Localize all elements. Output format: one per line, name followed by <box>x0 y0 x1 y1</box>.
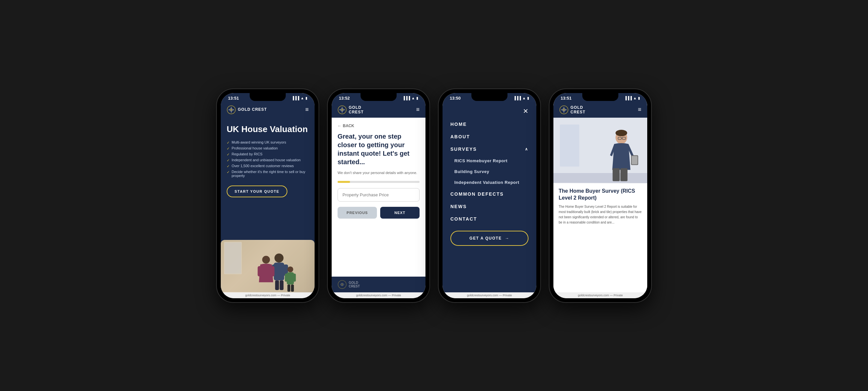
phone-2: 13:52 ▐▐▐ ▲ ▮ <box>328 89 429 302</box>
svg-rect-37 <box>613 168 620 181</box>
check-icon: ✓ <box>227 170 229 174</box>
hamburger-4[interactable]: ≡ <box>638 106 641 113</box>
logo-icon-1 <box>227 105 236 115</box>
nav-independent-valuation[interactable]: Independent Valuation Report <box>451 177 528 188</box>
svg-point-11 <box>262 256 270 263</box>
phone4-screen: GOLDCREST ≡ <box>553 102 647 292</box>
signal-icon: ▐▐▐ <box>624 96 632 100</box>
check-icon: ✓ <box>227 146 229 151</box>
svg-rect-36 <box>632 156 638 165</box>
list-item: ✓Multi-award winning UK surveyors <box>227 140 309 145</box>
battery-icon: ▮ <box>638 96 640 100</box>
nav-rics-homebuyer[interactable]: RICS Homebuyer Report <box>451 156 528 166</box>
article-title: The Home Buyer Survey (RICS Level 2 Repo… <box>559 188 642 202</box>
form-buttons: PREVIOUS NEXT <box>338 207 420 219</box>
nav-about[interactable]: ABOUT <box>451 131 528 142</box>
phone-4: 13:51 ▐▐▐ ▲ ▮ <box>550 89 651 302</box>
svg-rect-18 <box>287 285 290 292</box>
wifi-icon: ▲ <box>522 96 526 100</box>
svg-rect-16 <box>285 273 288 282</box>
hamburger-2[interactable]: ≡ <box>416 106 420 113</box>
svg-rect-19 <box>291 285 294 292</box>
nav-home[interactable]: HOME <box>451 118 528 130</box>
quote-title: Great, your one step closer to getting y… <box>338 132 420 166</box>
battery-icon: ▮ <box>305 96 307 100</box>
svg-rect-38 <box>620 168 627 181</box>
signal-icon: ▐▐▐ <box>514 96 521 100</box>
logo-icon-2 <box>338 105 347 115</box>
arrow-icon: → <box>505 236 509 240</box>
svg-point-1 <box>230 109 232 111</box>
wifi-icon: ▲ <box>301 96 304 100</box>
time-4: 13:51 <box>561 96 571 101</box>
notch-2 <box>361 93 397 101</box>
url-bar-1: goldcrestsurveyors.com — Private <box>221 292 315 298</box>
logo-text-2: GOLDCREST <box>349 105 364 115</box>
quote-form-body: ← BACK Great, your one step closer to ge… <box>332 118 426 276</box>
check-icon: ✓ <box>227 140 229 145</box>
svg-rect-9 <box>275 280 279 290</box>
svg-rect-29 <box>560 125 579 166</box>
wifi-icon: ▲ <box>633 96 637 100</box>
article-image <box>553 118 647 183</box>
family-photo <box>221 240 315 292</box>
hero-section: UK House Valuation ✓Multi-award winning … <box>221 118 315 292</box>
previous-button[interactable]: PREVIOUS <box>338 207 377 219</box>
back-label: BACK <box>343 124 354 128</box>
status-icons-1: ▐▐▐ ▲ ▮ <box>291 96 307 100</box>
close-menu-button[interactable]: ✕ <box>523 107 528 115</box>
logo-icon-4 <box>559 105 568 115</box>
list-item: ✓Professional house valuation <box>227 145 309 152</box>
progress-fill <box>338 181 350 183</box>
start-quote-button[interactable]: START YOUR QUOTE <box>227 186 287 197</box>
logo-1: GOLD CREST <box>227 105 267 115</box>
progress-bar <box>338 181 420 183</box>
time-1: 13:51 <box>228 96 239 101</box>
footer-logo-icon <box>338 280 347 289</box>
svg-rect-12 <box>257 266 261 276</box>
property-price-input[interactable] <box>338 188 420 202</box>
svg-rect-13 <box>271 266 275 276</box>
hero-title: UK House Valuation <box>227 124 309 134</box>
svg-point-25 <box>563 109 565 111</box>
hero-image <box>221 240 315 292</box>
article-text: The Home Buyer Survey Level 2 Report is … <box>559 204 642 225</box>
svg-point-23 <box>341 284 343 286</box>
phone-1: 13:51 ▐▐▐ ▲ ▮ <box>217 89 318 302</box>
article-illustration <box>553 118 647 183</box>
nav-news[interactable]: NEWS <box>451 201 528 213</box>
status-icons-4: ▐▐▐ ▲ ▮ <box>624 96 640 100</box>
notch-3 <box>471 93 507 101</box>
hamburger-1[interactable]: ≡ <box>305 106 309 113</box>
signal-icon: ▐▐▐ <box>403 96 410 100</box>
nav-building-survey[interactable]: Building Survey <box>451 166 528 177</box>
notch-1 <box>250 93 286 101</box>
url-bar-2: goldcrestsurveyors.com — Private <box>332 292 426 298</box>
nav-contact[interactable]: CONTACT <box>451 213 528 225</box>
back-arrow: ← <box>338 124 341 128</box>
navbar-1: GOLD CREST ≡ <box>221 102 315 118</box>
phones-container: 13:51 ▐▐▐ ▲ ▮ <box>217 89 651 302</box>
nav-surveys[interactable]: SURVEYS ∧ <box>451 143 528 155</box>
phone1-screen: GOLD CREST ≡ UK House Valuation ✓Multi-a… <box>221 102 315 292</box>
svg-point-5 <box>275 253 284 263</box>
notch-4 <box>582 93 618 101</box>
next-button[interactable]: NEXT <box>380 207 420 219</box>
url-bar-4: goldcrestsurveyors.com — Private <box>553 292 647 298</box>
phone2-footer: GOLDCREST <box>332 276 426 292</box>
check-icon: ✓ <box>227 164 229 168</box>
status-icons-2: ▐▐▐ ▲ ▮ <box>403 96 418 100</box>
logo-text-4: GOLDCREST <box>570 105 586 115</box>
list-item: ✓Regulated by RICS <box>227 152 309 157</box>
phone-3: 13:50 ▐▐▐ ▲ ▮ ✕ HOME ABOUT SURVEYS ∧ RIC… <box>439 89 540 302</box>
back-link[interactable]: ← BACK <box>338 124 420 128</box>
nav-common-defects[interactable]: COMMON DEFECTS <box>451 188 528 200</box>
navbar-4: GOLDCREST ≡ <box>553 102 647 118</box>
svg-rect-17 <box>292 273 296 282</box>
nav-get-quote-button[interactable]: GET A QUOTE → <box>451 231 528 246</box>
quote-subtitle: We don't share your personal details wit… <box>338 170 420 176</box>
navigation-menu: ✕ HOME ABOUT SURVEYS ∧ RICS Homebuyer Re… <box>442 102 536 292</box>
phone3-screen: ✕ HOME ABOUT SURVEYS ∧ RICS Homebuyer Re… <box>442 102 536 292</box>
list-item: ✓Independent and unbiased house valuatio… <box>227 157 309 163</box>
battery-icon: ▮ <box>527 96 529 100</box>
